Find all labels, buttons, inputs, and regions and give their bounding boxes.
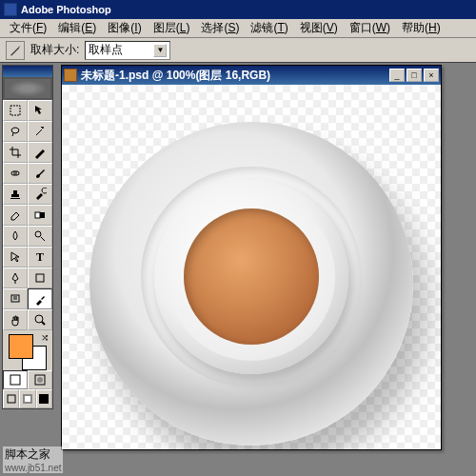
tool-move[interactable] bbox=[28, 100, 52, 121]
app-titlebar: Adobe Photoshop bbox=[0, 0, 476, 19]
minimize-button[interactable]: _ bbox=[389, 69, 405, 82]
tool-crop[interactable] bbox=[3, 142, 28, 163]
svg-rect-6 bbox=[36, 274, 44, 282]
tool-marquee[interactable] bbox=[3, 100, 28, 121]
document-window: 未标题-1.psd @ 100%(图层 16,RGB) _ □ × bbox=[61, 65, 442, 450]
tool-stamp[interactable] bbox=[3, 184, 28, 205]
svg-rect-12 bbox=[8, 395, 15, 403]
svg-point-5 bbox=[35, 231, 41, 237]
menu-image[interactable]: 图像(I) bbox=[102, 18, 147, 38]
svg-point-11 bbox=[37, 377, 43, 383]
menu-help[interactable]: 帮助(H) bbox=[396, 18, 446, 38]
screen-standard[interactable] bbox=[3, 389, 19, 408]
teacup-artwork bbox=[89, 122, 413, 446]
tool-hand[interactable] bbox=[3, 309, 28, 330]
canvas[interactable] bbox=[62, 85, 441, 449]
menu-bar: 文件(F) 编辑(E) 图像(I) 图层(L) 选择(S) 滤镜(T) 视图(V… bbox=[0, 19, 476, 38]
svg-rect-14 bbox=[25, 396, 30, 402]
eyedropper-icon bbox=[9, 44, 22, 57]
menu-filter[interactable]: 滤镜(T) bbox=[245, 18, 293, 38]
menu-view[interactable]: 视图(V) bbox=[294, 18, 344, 38]
toolbox: T ⤭ bbox=[2, 65, 53, 409]
tool-dodge[interactable] bbox=[28, 226, 52, 247]
sample-size-label: 取样大小: bbox=[30, 42, 79, 58]
menu-layer[interactable]: 图层(L) bbox=[148, 18, 196, 38]
screen-full-menu[interactable] bbox=[19, 389, 35, 408]
watermark: 脚本之家 www.jb51.net bbox=[3, 446, 63, 473]
app-title: Adobe Photoshop bbox=[21, 4, 111, 15]
tool-blur[interactable] bbox=[3, 226, 28, 247]
tool-wand[interactable] bbox=[28, 121, 52, 142]
tool-eraser[interactable] bbox=[3, 205, 28, 226]
menu-edit[interactable]: 编辑(E) bbox=[52, 18, 102, 38]
screen-full[interactable] bbox=[36, 389, 52, 408]
tool-shape[interactable] bbox=[28, 268, 52, 288]
swap-colors-icon[interactable]: ⤭ bbox=[41, 332, 49, 343]
sample-size-combo[interactable]: 取样点 ▼ bbox=[85, 41, 170, 60]
foreground-color[interactable] bbox=[9, 334, 33, 359]
watermark-text: 脚本之家 bbox=[5, 447, 50, 461]
svg-rect-9 bbox=[10, 375, 20, 385]
document-title: 未标题-1.psd @ 100%(图层 16,RGB) bbox=[81, 68, 389, 84]
tool-brush[interactable] bbox=[28, 163, 52, 184]
tool-path-select[interactable] bbox=[3, 247, 28, 268]
tool-grid: T bbox=[3, 100, 52, 330]
screen-mode-row bbox=[3, 389, 52, 408]
svg-rect-2 bbox=[11, 171, 19, 175]
tool-notes[interactable] bbox=[3, 288, 28, 309]
maximize-button[interactable]: □ bbox=[407, 69, 422, 82]
document-titlebar[interactable]: 未标题-1.psd @ 100%(图层 16,RGB) _ □ × bbox=[62, 66, 441, 85]
svg-rect-0 bbox=[10, 106, 20, 115]
menu-select[interactable]: 选择(S) bbox=[195, 18, 245, 38]
mask-mode-row bbox=[3, 370, 52, 389]
menu-window[interactable]: 窗口(W) bbox=[344, 18, 396, 38]
quickmask-mode[interactable] bbox=[28, 370, 52, 389]
tool-gradient[interactable] bbox=[28, 205, 52, 226]
tool-healing[interactable] bbox=[3, 163, 28, 184]
sample-size-value: 取样点 bbox=[89, 42, 123, 58]
tool-zoom[interactable] bbox=[28, 309, 52, 330]
toolbox-header[interactable] bbox=[3, 66, 52, 77]
chevron-down-icon: ▼ bbox=[153, 44, 167, 57]
svg-rect-4 bbox=[35, 212, 40, 218]
close-button[interactable]: × bbox=[424, 69, 439, 82]
tool-slice[interactable] bbox=[28, 142, 52, 163]
app-icon bbox=[4, 3, 17, 16]
svg-rect-15 bbox=[39, 394, 49, 404]
document-icon bbox=[64, 69, 77, 82]
svg-point-8 bbox=[35, 315, 43, 323]
menu-file[interactable]: 文件(F) bbox=[4, 18, 52, 38]
tool-preset-button[interactable] bbox=[6, 41, 25, 60]
color-swatches: ⤭ bbox=[3, 330, 52, 370]
options-bar: 取样大小: 取样点 ▼ bbox=[0, 38, 476, 63]
tool-history-brush[interactable] bbox=[28, 184, 52, 205]
window-buttons: _ □ × bbox=[389, 69, 439, 82]
tool-pen[interactable] bbox=[3, 268, 28, 288]
tool-type[interactable]: T bbox=[28, 247, 52, 268]
toolbox-preview bbox=[3, 77, 52, 100]
standard-mode[interactable] bbox=[3, 370, 28, 389]
tool-lasso[interactable] bbox=[3, 121, 28, 142]
watermark-url: www.jb51.net bbox=[5, 463, 61, 473]
svg-point-1 bbox=[42, 127, 44, 129]
tool-eyedropper[interactable] bbox=[28, 288, 52, 309]
